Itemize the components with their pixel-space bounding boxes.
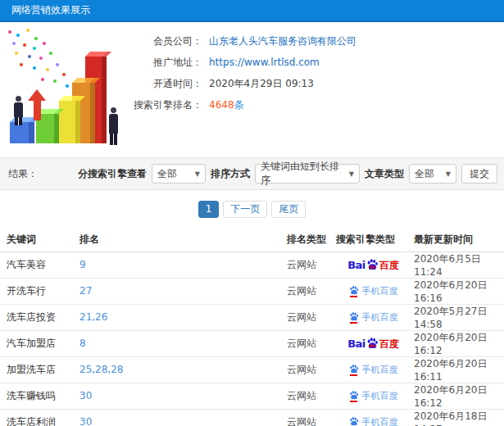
- keyword-cell: 汽车美容: [0, 252, 78, 278]
- keyword-cell: 洗车店利润: [0, 409, 78, 426]
- info-row-url: 推广地址： https://www.lrtlsd.com: [127, 52, 504, 73]
- mobile-baidu-text: 手机百度: [362, 313, 398, 322]
- submit-button[interactable]: 提交: [461, 164, 497, 184]
- rank-cell: 21,26: [78, 304, 285, 330]
- mobile-baidu-underline: [350, 374, 357, 376]
- chevron-down-icon: ▼: [349, 170, 354, 178]
- mobile-baidu-paw-icon: [349, 285, 359, 297]
- rank-cell: 27: [78, 278, 285, 304]
- chart-bar-blue: [10, 122, 34, 143]
- company-label: 会员公司：: [127, 34, 202, 48]
- company-info-panel: 会员公司： 山东老人头汽车服务咨询有限公司 推广地址： https://www.…: [127, 30, 504, 116]
- table-row: 洗车店投资21,26云网站 手机百度 2020年5月27日 14:58: [0, 304, 504, 330]
- baidu-paw-icon: du: [366, 337, 379, 349]
- rank-cell: 8: [78, 330, 285, 356]
- mobile-baidu-logo: 手机百度: [349, 285, 398, 297]
- table-row: 开洗车行27云网站 手机百度 2020年6月20日 16:16: [0, 278, 504, 304]
- baidu-paw-icon: du: [366, 258, 379, 270]
- type-filter-select[interactable]: 全部 ▼: [409, 164, 456, 184]
- mobile-baidu-underline: [350, 322, 357, 324]
- baidu-logo-du: du: [369, 343, 376, 348]
- mobile-baidu-paw-icon: [349, 390, 359, 402]
- updated-cell: 2020年6月5日 11:24: [412, 252, 504, 278]
- mobile-baidu-text: 手机百度: [362, 287, 398, 296]
- baidu-logo-cn: 百度: [379, 339, 399, 349]
- keyword-cell: 加盟洗车店: [0, 356, 78, 383]
- sort-filter-label: 排序方式: [211, 167, 250, 181]
- baidu-logo-cn: 百度: [379, 261, 399, 270]
- engine-filter-label: 分搜索引擎查看: [78, 167, 147, 181]
- next-page-button[interactable]: 下一页: [223, 201, 267, 218]
- chevron-down-icon: ▼: [446, 170, 451, 178]
- rank-type-cell: 云网站: [285, 383, 334, 409]
- engine-cell: Bai du 百度: [334, 252, 412, 278]
- promo-url-label: 推广地址：: [127, 56, 202, 70]
- info-row-rank-count: 搜索引擎排名： 4648条: [127, 94, 504, 116]
- businessman-figure-left: [13, 96, 23, 122]
- promo-url-link[interactable]: https://www.lrtlsd.com: [209, 57, 320, 68]
- mobile-baidu-logo: 手机百度: [349, 390, 398, 402]
- rank-count-number: 4648: [209, 99, 234, 111]
- keyword-cell: 开洗车行: [0, 278, 78, 304]
- engine-filter-select[interactable]: 全部 ▼: [152, 164, 206, 184]
- mobile-baidu-paw-icon: [349, 416, 359, 426]
- col-header-keyword: 关键词: [0, 229, 78, 252]
- type-filter-label: 文章类型: [365, 167, 404, 181]
- updated-cell: 2020年6月20日 16:12: [412, 330, 504, 356]
- page-button-1[interactable]: 1: [198, 201, 220, 218]
- col-header-updated: 最新更新时间: [412, 229, 504, 252]
- mobile-baidu-text: 手机百度: [362, 418, 398, 426]
- baidu-logo-latin: Bai: [347, 338, 366, 349]
- col-header-ranktype: 排名类型: [285, 229, 334, 252]
- filter-controls: 分搜索引擎查看 全部 ▼ 排序方式 关键词由短到长排序 ▼ 文章类型 全部 ▼ …: [78, 164, 497, 184]
- table-row: 洗车店利润30云网站 手机百度 2020年6月18日 14:27: [0, 409, 504, 426]
- info-row-open-time: 开通时间： 2020年4月29日 09:13: [127, 73, 504, 94]
- type-filter-value: 全部: [415, 167, 441, 181]
- rank-type-cell: 云网站: [285, 304, 334, 330]
- table-header-row: 关键词 排名 排名类型 搜索引擎类型 最新更新时间: [0, 229, 504, 252]
- results-table: 关键词 排名 排名类型 搜索引擎类型 最新更新时间 汽车美容9云网站 Bai d…: [0, 229, 504, 426]
- company-name-link[interactable]: 山东老人头汽车服务咨询有限公司: [209, 34, 356, 48]
- mobile-baidu-paw-icon: [349, 364, 359, 376]
- table-row: 加盟洗车店25,28,28云网站 手机百度 2020年6月20日 16:11: [0, 356, 504, 383]
- rank-cell: 9: [78, 252, 285, 278]
- last-page-button[interactable]: 尾页: [271, 201, 306, 218]
- rank-type-cell: 云网站: [285, 278, 334, 304]
- sort-filter-value: 关键词由短到长排序: [261, 160, 344, 188]
- baidu-logo: Bai du 百度: [347, 258, 399, 270]
- mobile-baidu-text: 手机百度: [362, 365, 398, 374]
- businessman-figure-right: [108, 107, 119, 143]
- info-row-company: 会员公司： 山东老人头汽车服务咨询有限公司: [127, 30, 504, 52]
- chevron-down-icon: ▼: [195, 170, 200, 178]
- open-time-label: 开通时间：: [127, 77, 202, 91]
- keyword-cell: 洗车赚钱吗: [0, 383, 78, 409]
- growth-chart-illustration: [0, 22, 148, 153]
- table-row: 汽车美容9云网站 Bai du 百度 2020年6月5日 11:24: [0, 252, 504, 278]
- updated-cell: 2020年6月18日 14:27: [412, 409, 504, 426]
- col-header-engine: 搜索引擎类型: [334, 229, 412, 252]
- table-row: 汽车加盟店8云网站 Bai du 百度 2020年6月20日 16:12: [0, 330, 504, 356]
- rank-type-cell: 云网站: [285, 409, 334, 426]
- mobile-baidu-underline: [350, 401, 357, 402]
- rank-type-cell: 云网站: [285, 330, 334, 356]
- engine-cell: 手机百度: [334, 304, 412, 330]
- keyword-cell: 洗车店投资: [0, 304, 78, 330]
- rank-count-value: 4648条: [209, 98, 244, 112]
- baidu-logo: Bai du 百度: [347, 337, 399, 349]
- mobile-baidu-paw-icon: [349, 311, 359, 324]
- filter-bar: 结果： 分搜索引擎查看 全部 ▼ 排序方式 关键词由短到长排序 ▼ 文章类型 全…: [0, 157, 504, 190]
- engine-cell: 手机百度: [334, 356, 412, 383]
- engine-cell: 手机百度: [334, 409, 412, 426]
- rank-type-cell: 云网站: [285, 252, 334, 278]
- engine-cell: 手机百度: [334, 383, 412, 409]
- mobile-baidu-logo: 手机百度: [349, 364, 398, 376]
- confetti-decoration: [8, 30, 11, 34]
- page-header: 网络营销效果展示: [0, 0, 504, 22]
- sort-filter-select[interactable]: 关键词由短到长排序 ▼: [255, 164, 360, 184]
- keyword-cell: 汽车加盟店: [0, 330, 78, 356]
- result-label: 结果：: [8, 167, 38, 181]
- up-arrow-icon: [28, 89, 46, 122]
- engine-cell: 手机百度: [334, 278, 412, 304]
- chart-bar-yellow: [59, 101, 80, 143]
- rank-count-suffix: 条: [234, 99, 244, 111]
